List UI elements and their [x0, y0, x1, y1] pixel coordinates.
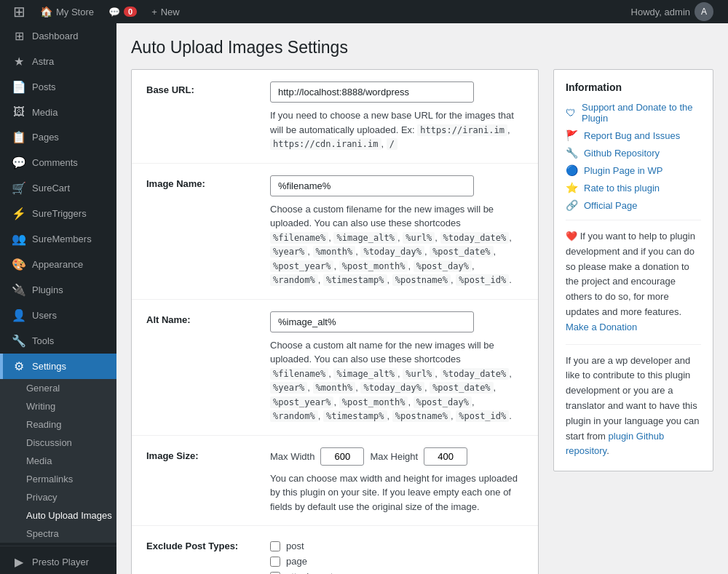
base-url-example1: https://irani.im	[417, 124, 507, 136]
settings-submenu: General Writing Reading Discussion Media…	[0, 379, 116, 543]
base-url-example3: /	[387, 138, 397, 150]
settings-icon: ⚙	[12, 359, 26, 373]
sidebar-item-comments[interactable]: 💬 Comments	[0, 150, 116, 175]
submenu-privacy[interactable]: Privacy	[0, 488, 116, 506]
admin-bar: ⊞ 🏠 My Store 💬 0 + New Howdy, admin A	[0, 0, 728, 23]
support-icon: 🛡	[566, 107, 576, 119]
image-name-row: Image Name: Choose a custom filename for…	[132, 164, 538, 300]
heart-icon: ❤️	[566, 231, 577, 242]
alt-name-input[interactable]	[270, 311, 474, 332]
submenu-discussion[interactable]: Discussion	[0, 434, 116, 452]
post-type-attachment[interactable]: attachment	[270, 571, 523, 574]
sidebar-item-suremembers[interactable]: 👥 SureMembers	[0, 226, 116, 252]
image-size-label: Image Size:	[146, 447, 256, 461]
page-title: Auto Upload Images Settings	[131, 38, 713, 57]
info-link-official[interactable]: 🔗 Official Page	[566, 199, 701, 211]
submenu-reading[interactable]: Reading	[0, 415, 116, 434]
comments-icon: 💬	[12, 156, 26, 170]
sidebar-item-settings[interactable]: ⚙ Settings	[0, 354, 116, 379]
presto-icon: ▶	[12, 555, 26, 569]
adminbar-comments[interactable]: 💬 0	[101, 0, 144, 23]
sidebar-item-media[interactable]: 🖼 Media	[0, 100, 116, 124]
adminbar-howdy[interactable]: Howdy, admin A	[622, 2, 722, 21]
max-height-input[interactable]	[424, 447, 467, 466]
info-title: Information	[566, 81, 701, 93]
base-url-row: Base URL: If you need to choose a new ba…	[132, 70, 538, 164]
sidebar-item-astra[interactable]: ★ Astra	[0, 49, 116, 74]
sidebar-item-surecart[interactable]: 🛒 SureCart	[0, 175, 116, 201]
sidebar-item-presto-player[interactable]: ▶ Presto Player	[0, 549, 116, 574]
info-divider-2	[566, 344, 701, 345]
sidebar-item-tools[interactable]: 🔧 Tools	[0, 328, 116, 354]
submenu-general[interactable]: General	[0, 379, 116, 397]
base-url-field: If you need to choose a new base URL for…	[270, 81, 523, 151]
astra-icon: ★	[12, 55, 26, 68]
admin-avatar: A	[695, 2, 713, 21]
exclude-post-types-row: Exclude Post Types: post page	[132, 526, 538, 574]
post-types-checkboxes: post page attachment revision	[270, 541, 523, 574]
max-width-label: Max Width	[270, 451, 314, 462]
post-type-page[interactable]: page	[270, 556, 523, 567]
sidebar-item-dashboard[interactable]: ⊞ Dashboard	[0, 23, 116, 49]
developer-text: If you are a wp developer and like to co…	[566, 354, 701, 460]
base-url-example2: https://cdn.irani.im	[270, 138, 381, 150]
submenu-spectra[interactable]: Spectra	[0, 525, 116, 543]
github-icon: 🔧	[566, 147, 578, 159]
suremembers-icon: 👥	[12, 232, 26, 246]
donation-link[interactable]: Make a Donation	[566, 322, 637, 332]
report-bug-icon: 🚩	[566, 129, 578, 141]
sidebar-item-plugins[interactable]: 🔌 Plugins	[0, 277, 116, 303]
adminbar-site-name[interactable]: 🏠 My Store	[33, 0, 101, 23]
post-type-post[interactable]: post	[270, 541, 523, 551]
sidebar-item-users[interactable]: 👤 Users	[0, 303, 116, 328]
plugin-page-icon: 🔵	[566, 164, 578, 176]
settings-layout: Base URL: If you need to choose a new ba…	[131, 69, 713, 574]
appearance-icon: 🎨	[12, 258, 26, 271]
checkbox-attachment[interactable]	[270, 572, 280, 575]
sidebar-item-pages[interactable]: 📋 Pages	[0, 124, 116, 150]
info-card: Information 🛡 Support and Donate to the …	[553, 69, 713, 471]
alt-name-field: Choose a custom alt name for the new ima…	[270, 311, 523, 423]
adminbar-right: Howdy, admin A	[622, 2, 722, 21]
surecart-icon: 🛒	[12, 181, 26, 195]
sidebar-item-posts[interactable]: 📄 Posts	[0, 74, 116, 100]
main-content: Auto Upload Images Settings Base URL: If…	[116, 23, 728, 574]
info-link-support[interactable]: 🛡 Support and Donate to the Plugin	[566, 102, 701, 124]
settings-form-area: Base URL: If you need to choose a new ba…	[131, 69, 539, 574]
submenu-auto-upload-images[interactable]: Auto Upload Images	[0, 506, 116, 525]
checkbox-post[interactable]	[270, 541, 280, 551]
wp-content: ⊞ Dashboard ★ Astra 📄 Posts 🖼 Media 📋 Pa…	[0, 23, 728, 574]
alt-name-label: Alt Name:	[146, 311, 256, 325]
sidebar-item-appearance[interactable]: 🎨 Appearance	[0, 252, 116, 277]
image-size-desc: You can choose max width and height for …	[270, 471, 523, 514]
image-name-input[interactable]	[270, 175, 474, 196]
submenu-media[interactable]: Media	[0, 452, 116, 470]
submenu-permalinks[interactable]: Permalinks	[0, 470, 116, 488]
alt-name-desc: Choose a custom alt name for the new ima…	[270, 338, 523, 423]
info-sidebar: Information 🛡 Support and Donate to the …	[553, 69, 713, 471]
exclude-post-types-field: post page attachment revision	[270, 538, 523, 574]
info-link-github[interactable]: 🔧 Github Repository	[566, 147, 701, 159]
image-name-desc: Choose a custom filename for the new ima…	[270, 202, 523, 287]
info-link-rate[interactable]: ⭐ Rate to this plugin	[566, 182, 701, 194]
info-link-report-bug[interactable]: 🚩 Report Bug and Issues	[566, 129, 701, 141]
max-height-label: Max Height	[370, 451, 418, 462]
adminbar-wp-logo[interactable]: ⊞	[6, 0, 33, 23]
dashboard-icon: ⊞	[12, 29, 26, 43]
posts-icon: 📄	[12, 80, 26, 94]
suretriggers-icon: ⚡	[12, 207, 26, 220]
checkbox-page[interactable]	[270, 557, 280, 567]
info-divider	[566, 220, 701, 220]
submenu-writing[interactable]: Writing	[0, 397, 116, 415]
sidebar-item-suretriggers[interactable]: ⚡ SureTriggers	[0, 201, 116, 226]
base-url-desc: If you need to choose a new base URL for…	[270, 108, 523, 151]
base-url-input[interactable]	[270, 81, 474, 103]
info-link-plugin-page[interactable]: 🔵 Plugin Page in WP	[566, 164, 701, 176]
official-icon: 🔗	[566, 199, 578, 211]
image-name-label: Image Name:	[146, 175, 256, 189]
image-name-field: Choose a custom filename for the new ima…	[270, 175, 523, 287]
adminbar-new[interactable]: + New	[144, 0, 187, 23]
media-icon: 🖼	[12, 105, 26, 119]
tools-icon: 🔧	[12, 334, 26, 348]
max-width-input[interactable]	[320, 447, 364, 466]
